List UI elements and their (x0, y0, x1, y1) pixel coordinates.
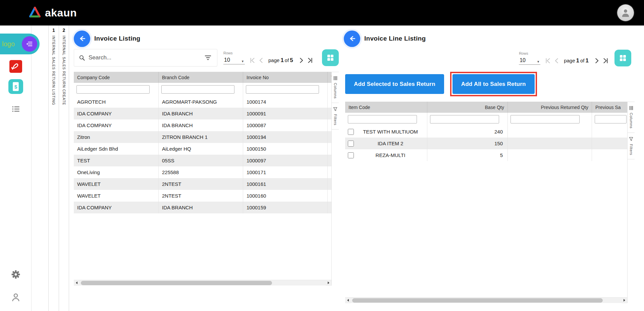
add-selected-to-sales-return-button[interactable]: Add Selected to Sales Return (345, 74, 444, 94)
row-checkbox[interactable] (348, 152, 354, 158)
columns-label: Columns (629, 113, 633, 128)
tab-internal-sales-return-listing[interactable]: 1 INTERNAL SALES RETURN LISTING (48, 25, 59, 311)
header-invoice-no[interactable]: Invoice No (243, 72, 327, 83)
next-page-button[interactable] (297, 56, 306, 65)
first-page-icon (544, 57, 552, 64)
filter-base-qty-input[interactable] (430, 115, 499, 123)
arrow-left-icon (78, 34, 87, 43)
table-row[interactable]: IDA ITEM 2 150 (345, 138, 627, 149)
table-row[interactable]: WAVELET2NTEST1000160 (74, 190, 331, 202)
scroll-right-button[interactable] (622, 298, 627, 303)
acrobat-tool-button[interactable] (9, 60, 22, 73)
filters-button[interactable]: Filters (628, 133, 635, 159)
filter-previous-returned-qty-input[interactable] (511, 115, 580, 123)
filter-previous-sa-input[interactable] (595, 115, 627, 123)
table-row[interactable]: AGROTECHAGROMART-PAKSONG1000174 (74, 96, 331, 108)
back-button[interactable] (344, 31, 360, 47)
cell-base-qty: 240 (427, 126, 507, 138)
search-input[interactable] (89, 54, 204, 61)
first-page-button[interactable] (544, 56, 552, 65)
filter-invoice-no-input[interactable] (246, 85, 319, 94)
cell-branch-code: AGROMART-PAKSONG (158, 96, 243, 108)
header-base-qty[interactable]: Base Qty (427, 102, 507, 113)
filter-list-button[interactable] (204, 54, 212, 61)
logo-placeholder-text: logo (2, 40, 15, 48)
table-row[interactable]: AiLedger Sdn BhdAiLedger HQ1000150 (74, 143, 331, 155)
last-page-button[interactable] (306, 56, 314, 65)
first-page-icon (249, 57, 256, 64)
grid-icon (326, 54, 334, 62)
header-branch-code[interactable]: Branch Code (158, 72, 243, 83)
header-previous-returned-qty[interactable]: Previous Returned Qty (507, 102, 592, 113)
filter-branch-code-input[interactable] (161, 85, 234, 94)
columns-label: Columns (333, 83, 337, 99)
tab-internal-sales-return-create[interactable]: 2 INTERNAL SALES RETURN CREATE (59, 25, 69, 311)
profile-button[interactable] (10, 291, 22, 303)
cell-item-code: IDA ITEM 2 (354, 138, 427, 149)
table-row[interactable]: TEST WITH MULTIUOM 240 (345, 126, 627, 138)
rows-select[interactable]: 10 ▼ (223, 55, 245, 64)
brand[interactable]: akaun (29, 7, 77, 19)
apps-grid-button[interactable] (614, 50, 631, 66)
cell-company-code: AiLedger Sdn Bhd (74, 143, 158, 155)
add-all-to-sales-return-button[interactable]: Add All to Sales Return (452, 74, 535, 94)
header-previous-sa-clipped[interactable]: Previous Sa (592, 102, 627, 113)
sales-document-button[interactable]: $ (8, 79, 23, 94)
svg-text:$: $ (14, 84, 17, 90)
scrollbar-track[interactable] (79, 280, 326, 286)
scrollbar-thumb[interactable] (81, 281, 272, 285)
acrobat-icon (9, 60, 22, 73)
tab-label: INTERNAL SALES RETURN LISTING (52, 36, 56, 105)
brand-logo-icon (29, 7, 41, 19)
columns-button[interactable]: Columns (628, 102, 635, 133)
table-row[interactable]: WAVELET2NTEST1000161 (74, 178, 331, 190)
table-row[interactable]: ZitronZITRON BRANCH 11000194 (74, 131, 331, 143)
horizontal-scrollbar[interactable] (345, 297, 627, 303)
table-row[interactable]: IDA COMPANYIDA BRANCH1000087 (74, 119, 331, 131)
triangle-left-icon (76, 281, 77, 284)
rows-select[interactable]: 10 ▼ (519, 55, 540, 65)
table-row[interactable]: TEST05SS1000097 (74, 155, 331, 166)
cell-item-code: TEST WITH MULTIUOM (354, 126, 427, 138)
list-button[interactable] (10, 103, 21, 115)
first-page-button[interactable] (248, 56, 257, 65)
scrollbar-track[interactable] (351, 298, 622, 303)
app-logo-pill[interactable]: logo (0, 34, 40, 54)
scroll-left-button[interactable] (345, 298, 351, 303)
apps-grid-button[interactable] (322, 49, 339, 66)
header-item-code[interactable]: Item Code (345, 102, 427, 113)
user-avatar[interactable] (617, 4, 634, 21)
scrollbar-thumb[interactable] (352, 298, 603, 303)
horizontal-scrollbar[interactable] (74, 280, 331, 286)
filter-company-code-input[interactable] (76, 85, 150, 94)
prev-page-button[interactable] (552, 56, 561, 65)
rows-per-page-control[interactable]: Rows 10 ▼ (519, 51, 540, 65)
header-company-code[interactable]: Company Code (74, 72, 158, 83)
back-button[interactable] (74, 31, 90, 47)
row-checkbox[interactable] (348, 129, 354, 135)
table-row[interactable]: OneLiving2255881000171 (74, 166, 331, 178)
last-page-button[interactable] (601, 56, 610, 65)
scroll-right-button[interactable] (326, 280, 331, 286)
columns-button[interactable]: Columns (332, 72, 339, 103)
header-clipped[interactable]: T (327, 72, 331, 83)
table-row[interactable]: IDA COMPANYIDA BRANCH1000091 (74, 108, 331, 119)
prev-page-button[interactable] (257, 56, 266, 65)
topbar: akaun (0, 0, 644, 25)
table-row[interactable]: IDA COMPANYIDA BRANCH1000159 (74, 202, 331, 213)
filter-item-code-input[interactable] (348, 115, 417, 123)
search-box[interactable] (74, 49, 217, 66)
scroll-left-button[interactable] (74, 280, 79, 286)
rows-per-page-control[interactable]: Rows 10 ▼ (223, 51, 245, 64)
rows-label: Rows (223, 51, 245, 55)
settings-button[interactable] (10, 269, 21, 280)
cell-invoice-no: 1000087 (243, 119, 327, 131)
table-row[interactable]: REZA-MULTI 5 (345, 149, 627, 161)
cell-branch-code: 225588 (158, 166, 243, 178)
invoice-line-toolbar: Rows 10 ▼ page1of1 (342, 49, 631, 67)
row-checkbox[interactable] (348, 141, 354, 147)
filters-button[interactable]: Filters (332, 103, 339, 129)
tab-number: 1 (52, 28, 55, 33)
next-page-button[interactable] (592, 56, 601, 65)
menu-toggle-button[interactable] (22, 36, 37, 52)
